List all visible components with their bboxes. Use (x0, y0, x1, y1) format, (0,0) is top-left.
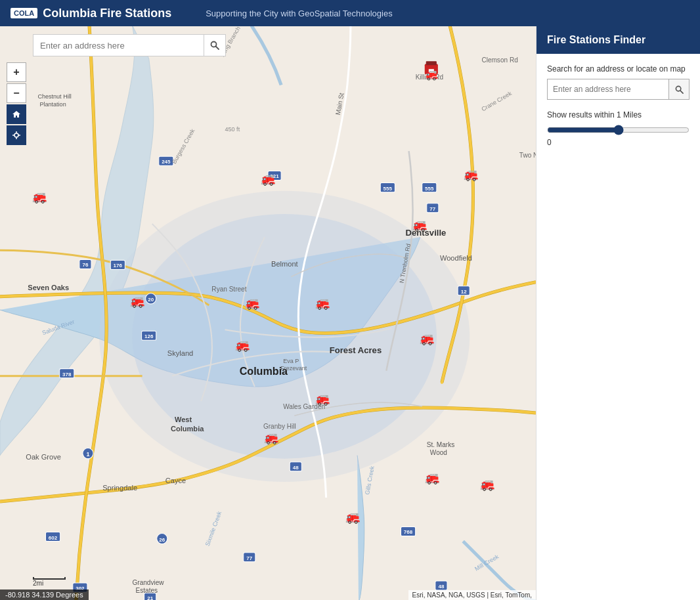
scale-label: 2mi (33, 580, 43, 587)
zoom-in-button[interactable]: + (7, 62, 26, 82)
svg-text:Chestnut Hill: Chestnut Hill (37, 93, 71, 100)
attribution-text: Esri, NASA, NGA, USGS | Esri, TomTom, (412, 591, 532, 599)
fire-station-9[interactable]: 🚒 (420, 332, 435, 346)
svg-text:St. Marks: St. Marks (427, 442, 455, 449)
range-slider[interactable] (547, 125, 689, 135)
svg-line-92 (680, 90, 682, 93)
map-attribution: Esri, NASA, NGA, USGS | Esri, TomTom, (408, 590, 536, 600)
map-container[interactable]: + − (0, 26, 536, 600)
zoom-out-button[interactable]: − (7, 83, 26, 103)
svg-text:21: 21 (147, 595, 153, 600)
svg-line-1 (216, 47, 219, 50)
panel-search-button[interactable] (668, 79, 689, 100)
map-search-input[interactable] (33, 34, 204, 56)
fire-station-14[interactable]: 🚒 (480, 477, 495, 492)
svg-text:48: 48 (438, 584, 444, 589)
panel-search-label: Search for an address or locate on map (547, 64, 689, 74)
fire-station-3[interactable]: 🚒 (261, 172, 276, 186)
svg-text:Oak Grove: Oak Grove (26, 453, 61, 461)
svg-text:77: 77 (246, 555, 252, 561)
svg-text:176: 176 (114, 263, 123, 268)
main-content: + − (0, 26, 700, 600)
svg-text:Granby Hill: Granby Hill (263, 423, 296, 430)
fire-station-13[interactable]: 🚒 (425, 471, 440, 485)
svg-text:Woodfield: Woodfield (440, 254, 472, 262)
right-panel: Fire Stations Finder Search for an addre… (536, 26, 700, 600)
svg-text:Skyland: Skyland (167, 349, 193, 357)
fire-station-15[interactable]: 🚒 (345, 510, 361, 525)
fire-station-10[interactable]: 🚒 (235, 338, 250, 353)
logo-area: COLA Columbia Fire Stations (11, 7, 171, 20)
map-search-button[interactable] (204, 34, 226, 56)
fire-station-4[interactable]: 🚒 (412, 218, 427, 232)
svg-text:Eva P: Eva P (283, 358, 299, 364)
svg-text:245: 245 (162, 159, 171, 165)
svg-text:Frezevant: Frezevant (280, 365, 307, 372)
svg-point-2 (14, 133, 18, 137)
svg-text:378: 378 (62, 372, 72, 377)
logo-text: COLA (11, 8, 37, 18)
svg-text:12: 12 (461, 289, 467, 295)
svg-text:Seven Oaks: Seven Oaks (28, 284, 69, 291)
map-controls: + − (7, 62, 26, 145)
map-svg: 321 245 555 555 77 176 76 20 126 (0, 26, 536, 600)
map-search-bar (33, 34, 226, 56)
fire-station-12[interactable]: 🚒 (264, 431, 279, 445)
panel-header: Fire Stations Finder (536, 26, 700, 54)
fire-station-8[interactable]: 🚒 (315, 296, 330, 311)
home-button[interactable] (7, 104, 26, 124)
svg-text:555: 555 (425, 186, 434, 192)
range-label: Show results within 1 Miles (547, 110, 689, 119)
svg-text:Forest Acres: Forest Acres (330, 345, 382, 355)
svg-text:768: 768 (404, 529, 413, 535)
panel-title: Fire Stations Finder (547, 34, 645, 45)
svg-text:48: 48 (293, 465, 299, 471)
fire-station-5[interactable]: 🚒 (32, 190, 47, 204)
svg-text:1: 1 (86, 451, 89, 458)
svg-text:555: 555 (383, 186, 393, 192)
svg-text:Wood: Wood (430, 449, 447, 456)
svg-text:Plantation: Plantation (39, 101, 66, 108)
svg-text:450 ft: 450 ft (225, 126, 240, 133)
svg-text:Two N: Two N (519, 152, 536, 159)
locate-button[interactable] (7, 125, 26, 145)
svg-text:Ryan Street: Ryan Street (211, 286, 246, 293)
svg-text:Clemson Rd: Clemson Rd (481, 56, 517, 64)
scale-bar: 2mi (33, 576, 66, 587)
svg-text:Grandview: Grandview (132, 579, 164, 586)
header-subtitle: Supporting the City with GeoSpatial Tech… (206, 9, 393, 18)
svg-text:Springdale: Springdale (102, 484, 137, 492)
fire-station-7[interactable]: 🚒 (245, 296, 260, 311)
panel-search-input[interactable] (547, 79, 668, 100)
coordinates-bar: -80.918 34.139 Degrees (0, 589, 89, 600)
fire-station-6[interactable]: 🚒 (130, 294, 145, 309)
svg-text:602: 602 (49, 535, 58, 541)
fire-station-1[interactable]: 🚒 (425, 61, 439, 81)
svg-text:126: 126 (144, 333, 154, 339)
svg-text:West: West (175, 416, 192, 423)
svg-rect-88 (426, 61, 437, 65)
coordinates-text: -80.918 34.139 Degrees (5, 591, 83, 599)
svg-text:Estates: Estates (136, 587, 158, 594)
panel-body: Search for an address or locate on map S… (536, 54, 700, 600)
app-header: COLA Columbia Fire Stations Supporting t… (0, 0, 700, 26)
svg-text:26: 26 (159, 537, 165, 543)
range-value: 0 (547, 138, 689, 147)
svg-text:Belmont: Belmont (271, 260, 298, 268)
svg-text:Columbia: Columbia (171, 425, 204, 433)
panel-search-bar (547, 79, 689, 100)
svg-text:77: 77 (429, 206, 435, 212)
svg-text:20: 20 (148, 297, 154, 303)
app-title: Columbia Fire Stations (43, 7, 171, 20)
svg-text:🚒: 🚒 (425, 68, 439, 81)
fire-station-11[interactable]: 🚒 (315, 392, 330, 406)
svg-text:Cayce: Cayce (165, 477, 186, 484)
fire-station-2[interactable]: 🚒 (464, 167, 479, 182)
svg-text:76: 76 (82, 262, 88, 268)
